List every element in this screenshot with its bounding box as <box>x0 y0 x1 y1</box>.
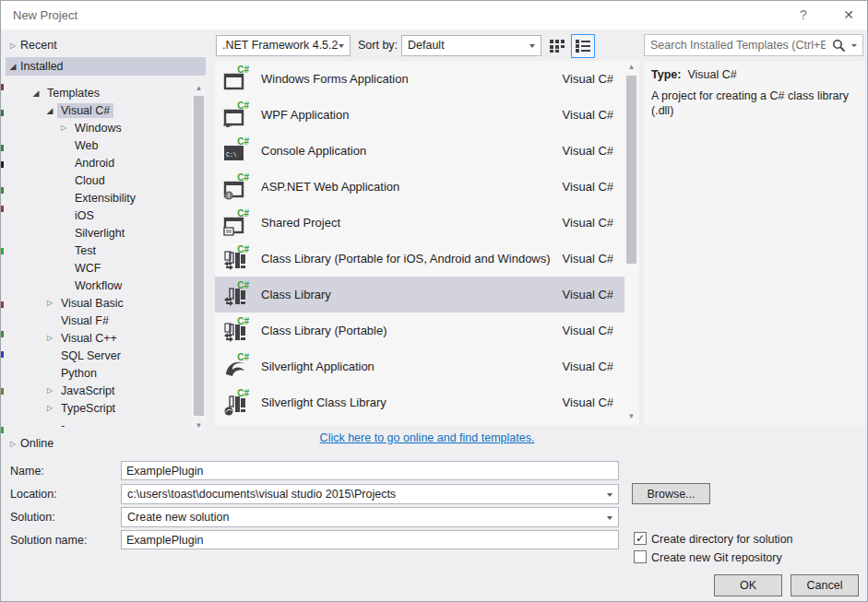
scroll-up-icon[interactable]: ▲ <box>192 82 206 95</box>
tree-item[interactable]: ▷ Windows <box>6 119 190 136</box>
template-name: Silverlight Application <box>261 360 375 373</box>
titlebar: New Project ? ✕ <box>1 1 867 30</box>
template-name: Class Library (Portable) <box>261 324 387 337</box>
template-name: Class Library (Portable for iOS, Android… <box>261 252 551 266</box>
solution-name-input[interactable] <box>121 530 619 549</box>
sort-dropdown[interactable]: Default <box>401 35 541 56</box>
browse-button[interactable]: Browse... <box>632 483 710 504</box>
search-input[interactable] <box>650 36 826 54</box>
tree-item-label: Python <box>57 366 101 381</box>
tree-item-label: Test <box>71 243 100 258</box>
tree-item-label: SQL Server <box>57 348 125 363</box>
tree-scrollbar[interactable]: ▲ ▼ <box>192 82 206 432</box>
tree-chevron-icon[interactable]: ◢ <box>42 106 57 115</box>
tree-item[interactable]: Silverlight <box>6 224 190 242</box>
template-row[interactable]: ‹■›C# WPF Application Visual C# <box>215 97 624 133</box>
sidebar-item-installed[interactable]: ◢ Installed <box>6 57 206 76</box>
tree-item[interactable]: ▷ TypeScript <box>6 399 190 417</box>
create-directory-checkbox[interactable]: ✓ <box>634 532 647 545</box>
framework-dropdown[interactable]: .NET Framework 4.5.2 <box>216 35 351 56</box>
chevron-expanded-icon: ◢ <box>6 62 20 71</box>
tree-item[interactable]: iOS <box>6 207 190 224</box>
template-row[interactable]: C:\C# Console Application Visual C# <box>215 133 624 169</box>
template-row[interactable]: C# Class Library Visual C# <box>215 277 624 313</box>
template-row[interactable]: C# Class Library (Portable) Visual C# <box>215 313 624 348</box>
sidebar-item-recent[interactable]: ▷ Recent <box>6 36 206 54</box>
tree-item[interactable]: Python <box>6 364 190 382</box>
tree-item[interactable]: ◢ Visual C# <box>6 101 190 119</box>
chevron-down-icon <box>529 44 535 48</box>
template-language: Visual C# <box>563 360 613 373</box>
location-value: c:\users\toast\documents\visual studio 2… <box>127 488 396 501</box>
scroll-up-icon[interactable]: ▲ <box>624 61 638 74</box>
tree-item[interactable]: Test <box>6 242 190 259</box>
template-row[interactable]: C# Shared Project Visual C# <box>215 205 624 241</box>
list-view-icon <box>576 39 590 53</box>
solution-name-label: Solution name: <box>10 534 87 547</box>
create-git-checkbox[interactable] <box>634 550 647 563</box>
tree-item-label: Silverlight <box>71 226 128 241</box>
tree-item[interactable]: ▷ Visual Basic <box>6 294 190 312</box>
tree-chevron-icon[interactable]: ▷ <box>42 299 57 307</box>
search-options-chevron-icon[interactable] <box>851 44 857 47</box>
template-name: WPF Application <box>261 108 349 122</box>
go-online-link[interactable]: Click here to go online and find templat… <box>320 431 535 444</box>
tree-item[interactable]: ◢ Templates <box>6 84 190 101</box>
tree-item[interactable]: Visual F# <box>6 312 190 329</box>
tree-chevron-icon[interactable]: ▷ <box>42 386 57 395</box>
solution-combo[interactable]: Create new solution <box>121 507 619 527</box>
small-icons-view-button[interactable] <box>548 37 566 55</box>
template-icon-classlib: C# <box>222 280 250 308</box>
scroll-down-icon[interactable]: ▼ <box>624 410 638 423</box>
tree-chevron-icon[interactable]: ◢ <box>29 89 43 98</box>
tree-item[interactable]: Workflow <box>6 277 190 294</box>
chevron-down-icon <box>607 493 612 497</box>
location-combo[interactable]: c:\users\toast\documents\visual studio 2… <box>121 484 619 504</box>
template-language: Visual C# <box>563 288 613 301</box>
cancel-button[interactable]: Cancel <box>791 574 859 596</box>
search-box <box>644 34 863 56</box>
template-row[interactable]: C# ASP.NET Web Application Visual C# <box>215 169 624 205</box>
tree-item[interactable]: - <box>6 417 190 427</box>
tree-item[interactable]: ▷ Visual C++ <box>6 329 190 347</box>
tree-chevron-icon[interactable]: ▷ <box>42 334 57 342</box>
template-language: Visual C# <box>563 216 613 230</box>
sort-by-label: Sort by: <box>358 39 398 52</box>
tree-item[interactable]: ▷ JavaScript <box>6 382 190 399</box>
close-icon[interactable]: ✕ <box>835 5 862 25</box>
tree-item[interactable]: SQL Server <box>6 347 190 364</box>
tree-scrollbar-thumb[interactable] <box>194 96 204 416</box>
template-language: Visual C# <box>563 72 613 86</box>
template-row[interactable]: C# Class Library (Portable for iOS, Andr… <box>215 241 624 277</box>
chevron-down-icon <box>607 516 612 520</box>
help-icon[interactable]: ? <box>791 5 816 25</box>
template-language: Visual C# <box>563 108 613 122</box>
solution-label: Solution: <box>10 511 55 524</box>
template-row[interactable]: C# Silverlight Class Library Visual C# <box>215 384 624 420</box>
sidebar-item-label: Online <box>20 437 54 450</box>
tree-item[interactable]: Cloud <box>6 171 190 189</box>
template-row[interactable]: C# Silverlight Application Visual C# <box>215 348 624 384</box>
tree-chevron-icon[interactable]: ▷ <box>42 404 57 412</box>
new-project-dialog: New Project ? ✕ ▷ Recent ◢ Installed ◢ T… <box>0 0 868 602</box>
tree-item[interactable]: WCF <box>6 259 190 277</box>
magnifier-icon[interactable] <box>832 39 846 53</box>
template-row[interactable]: C# Windows Forms Application Visual C# <box>215 61 624 97</box>
template-icon-silverlight-lib: C# <box>222 388 250 416</box>
name-label: Name: <box>10 465 44 478</box>
tree-item-label: Windows <box>71 121 125 136</box>
sidebar-item-online[interactable]: ▷ Online <box>6 434 206 453</box>
tree-item[interactable]: Android <box>6 154 190 171</box>
scroll-down-icon[interactable]: ▼ <box>192 419 206 432</box>
tree-chevron-icon[interactable]: ▷ <box>56 124 71 132</box>
template-name: Console Application <box>261 144 366 158</box>
project-name-input[interactable] <box>121 461 619 480</box>
tree-item-label: Visual F# <box>57 313 113 328</box>
tree-item[interactable]: Extensibility <box>6 189 190 207</box>
list-scrollbar[interactable]: ▲ ▼ <box>624 61 638 425</box>
tree-item[interactable]: Web <box>6 136 190 154</box>
list-view-button[interactable] <box>571 34 595 58</box>
template-language: Visual C# <box>563 180 613 194</box>
ok-button[interactable]: OK <box>714 574 782 596</box>
list-scrollbar-thumb[interactable] <box>626 76 636 264</box>
